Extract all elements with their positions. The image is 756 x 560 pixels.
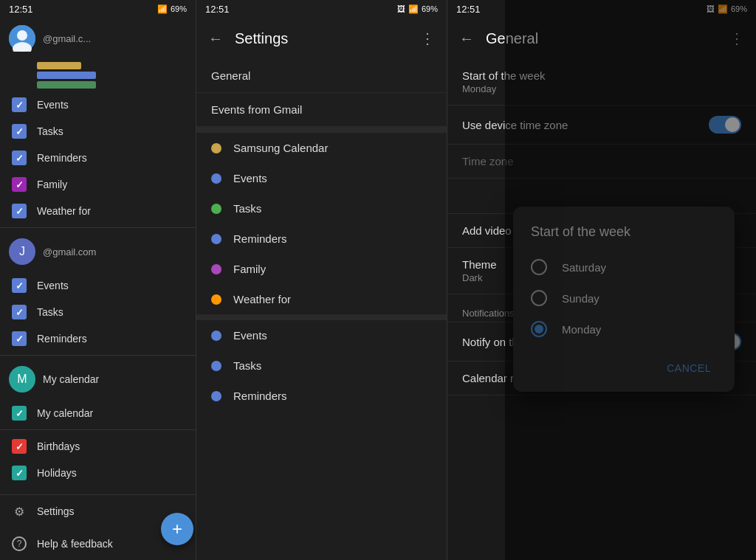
profile-email: @gmail.c...	[43, 33, 91, 44]
status-icons-middle: 🖼 📶 69%	[397, 4, 438, 14]
status-time-left: 12:51	[9, 4, 33, 15]
calendar-tasks[interactable]: Tasks	[196, 193, 447, 224]
sidebar-item-family[interactable]: Family	[0, 171, 196, 198]
radio-label-monday: Monday	[562, 323, 601, 336]
calendar-strips	[0, 59, 196, 91]
settings-header: ← Settings ⋮	[196, 18, 447, 59]
timezone-title: Time zone	[462, 155, 741, 167]
sidebar-item-reminders-2[interactable]: Reminders	[0, 325, 196, 352]
general-start-week[interactable]: Start of the week Monday	[447, 59, 756, 106]
account3-section[interactable]: M My calendar	[0, 359, 196, 400]
account2-section[interactable]: J @gmail.com	[0, 231, 196, 272]
status-icons-left: 📶 69%	[157, 4, 187, 14]
label-tasks-2: Tasks	[233, 359, 261, 372]
battery-icon: 69%	[171, 4, 187, 13]
sidebar-item-tasks-2[interactable]: Tasks	[0, 299, 196, 325]
sidebar-label-holidays: Holidays	[37, 467, 77, 479]
sidebar-item-mycal-1[interactable]: My calendar	[0, 400, 196, 426]
fab-add[interactable]: +	[161, 513, 193, 545]
dialog-actions: Cancel	[513, 350, 735, 386]
calendar-events-2[interactable]: Events	[196, 320, 447, 350]
wifi-icon-3: 📶	[718, 4, 728, 14]
settings-events-gmail[interactable]: Events from Gmail	[196, 93, 447, 127]
sidebar-item-holidays[interactable]: Holidays	[0, 460, 196, 486]
label-reminders-2: Reminders	[233, 390, 287, 402]
cancel-button[interactable]: Cancel	[655, 356, 723, 380]
sidebar-label-events-2: Events	[37, 280, 69, 291]
calendar-tasks-2[interactable]: Tasks	[196, 350, 447, 381]
sidebar-label-weather-1: Weather for	[37, 205, 91, 217]
wifi-icon: 📶	[157, 4, 168, 14]
sidebar-item-events-2[interactable]: Events	[0, 272, 196, 299]
sidebar-item-weather-1[interactable]: Weather for	[0, 198, 196, 224]
avatar-primary	[9, 25, 35, 52]
battery-icon-2: 69%	[422, 4, 438, 13]
dot-events-2	[211, 331, 221, 341]
back-button[interactable]: ←	[205, 27, 226, 50]
sidebar-label-reminders-2: Reminders	[37, 333, 87, 345]
strip-orange	[37, 62, 81, 69]
status-bar-left: 12:51 📶 69%	[0, 0, 196, 18]
avatar-j: J	[9, 238, 35, 265]
general-title: General	[486, 30, 718, 47]
settings-general[interactable]: General	[196, 59, 447, 93]
device-timezone-toggle[interactable]	[709, 116, 741, 134]
start-week-subtitle: Monday	[462, 83, 741, 94]
checkbox-birthdays	[12, 439, 27, 454]
device-timezone-title: Use device time zone	[462, 119, 568, 131]
calendar-reminders[interactable]: Reminders	[196, 224, 447, 254]
sidebar-item-tasks-1[interactable]: Tasks	[0, 118, 196, 145]
help-icon: ?	[12, 536, 27, 551]
device-timezone-row: Use device time zone	[462, 116, 741, 134]
wifi-icon-2: 📶	[408, 4, 419, 14]
avatar-m: M	[9, 366, 35, 393]
dot-weather	[211, 294, 221, 305]
strip-blue	[37, 72, 96, 79]
general-more-button[interactable]: ⋮	[726, 27, 747, 50]
more-button[interactable]: ⋮	[417, 27, 438, 50]
checkbox-reminders-1	[12, 151, 27, 165]
radio-outer-saturday	[531, 259, 547, 275]
sidebar-item-birthdays[interactable]: Birthdays	[0, 433, 196, 460]
sidebar-item-events-1[interactable]: Events	[0, 91, 196, 118]
svg-point-1	[17, 30, 27, 41]
calendar-weather[interactable]: Weather for	[196, 284, 447, 314]
settings-label: Settings	[37, 505, 75, 517]
account3-label: My calendar	[43, 373, 99, 385]
dot-reminders	[211, 234, 221, 244]
radio-inner-monday	[535, 325, 543, 333]
radio-sunday[interactable]: Sunday	[513, 283, 735, 314]
dot-reminders-2	[211, 391, 221, 401]
sidebar-label-tasks-2: Tasks	[37, 306, 63, 318]
checkbox-events-1	[12, 97, 27, 112]
radio-outer-sunday	[531, 290, 547, 306]
divider-2	[0, 355, 196, 356]
checkbox-events-2	[12, 278, 27, 293]
radio-monday[interactable]: Monday	[513, 314, 735, 345]
checkbox-tasks-2	[12, 305, 27, 319]
general-timezone[interactable]: Time zone	[447, 145, 756, 179]
general-device-timezone[interactable]: Use device time zone	[447, 106, 756, 145]
status-bar-middle: 12:51 🖼 📶 69%	[196, 0, 447, 18]
radio-saturday[interactable]: Saturday	[513, 252, 735, 283]
photo-icon: 🖼	[397, 4, 405, 13]
sidebar-label-birthdays: Birthdays	[37, 440, 80, 452]
calendar-family[interactable]: Family	[196, 254, 447, 284]
general-back-button[interactable]: ←	[456, 27, 477, 50]
sidebar-label-family: Family	[37, 179, 67, 190]
checkbox-tasks-1	[12, 124, 27, 139]
account2-email: @gmail.com	[43, 246, 96, 257]
dot-events	[211, 173, 221, 184]
battery-icon-3: 69%	[731, 4, 747, 13]
divider-1	[0, 227, 196, 228]
calendar-samsung[interactable]: Samsung Calendar	[196, 133, 447, 163]
calendar-reminders-2[interactable]: Reminders	[196, 381, 447, 411]
divider-mid-2	[196, 314, 447, 320]
status-icons-right: 🖼 📶 69%	[707, 4, 747, 14]
profile-section[interactable]: @gmail.c...	[0, 18, 196, 59]
label-family: Family	[233, 263, 266, 275]
label-events-2: Events	[233, 329, 267, 342]
calendar-events[interactable]: Events	[196, 163, 447, 193]
label-events: Events	[233, 172, 267, 184]
sidebar-item-reminders-1[interactable]: Reminders	[0, 145, 196, 171]
